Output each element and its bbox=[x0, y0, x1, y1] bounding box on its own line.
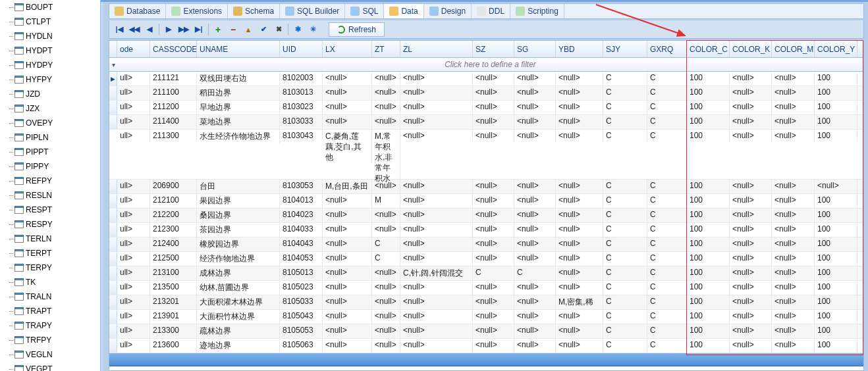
cell-lx[interactable]: <null> bbox=[323, 209, 372, 222]
cell-zl[interactable]: <null> bbox=[400, 252, 473, 266]
cell-zl[interactable]: <null> bbox=[400, 180, 473, 193]
cell-cass[interactable]: 213901 bbox=[150, 310, 197, 324]
cell-uname[interactable]: 幼林,苗圃边界 bbox=[197, 281, 280, 295]
tree-item-pippt[interactable]: PIPPT bbox=[0, 145, 100, 159]
cell-zl[interactable]: <null> bbox=[400, 223, 473, 237]
bookmark-button[interactable]: ✱ bbox=[290, 23, 305, 36]
cell-ode[interactable]: ull> bbox=[117, 339, 150, 353]
cell-lx[interactable]: <null> bbox=[323, 324, 372, 338]
cell-ode[interactable]: ull> bbox=[117, 324, 150, 338]
cell-ybd[interactable]: <null> bbox=[556, 101, 603, 114]
cell-gxrq[interactable]: C bbox=[647, 115, 687, 129]
col-header-casscode[interactable]: CASSCODE bbox=[150, 41, 197, 57]
cell-sjy[interactable]: C bbox=[603, 209, 647, 222]
cell-gxrq[interactable]: C bbox=[647, 324, 687, 338]
tree-item-boupt[interactable]: BOUPT bbox=[0, 0, 100, 14]
table-row[interactable]: ull>211300水生经济作物地边界8103043C,菱角,莲藕,茭白,其他M… bbox=[109, 130, 863, 180]
cell-uname[interactable]: 稻田边界 bbox=[197, 86, 280, 100]
cell-sg[interactable]: <null> bbox=[514, 180, 556, 193]
cell-zt[interactable]: C bbox=[372, 252, 400, 266]
nav-prevpage-button[interactable]: ◀◀ bbox=[127, 23, 142, 36]
cell-uname[interactable]: 大面积竹林边界 bbox=[197, 310, 280, 324]
cell-ck[interactable]: <null> bbox=[730, 209, 772, 222]
cell-sg[interactable]: <null> bbox=[514, 194, 556, 208]
cell-lx[interactable]: <null> bbox=[323, 194, 372, 208]
cell-ode[interactable]: ull> bbox=[117, 223, 150, 237]
cell-cy[interactable]: 100 bbox=[815, 281, 857, 295]
cell-cc[interactable]: 100 bbox=[687, 281, 730, 295]
cell-lx[interactable]: <null> bbox=[323, 339, 372, 353]
table-row[interactable]: ull>213500幼林,苗圃边界8105023<null><null><nul… bbox=[109, 281, 863, 295]
cell-cass[interactable]: 213300 bbox=[150, 324, 197, 338]
cell-cc[interactable]: 100 bbox=[687, 180, 730, 193]
cell-sz[interactable]: C bbox=[473, 266, 514, 280]
cell-sg[interactable]: <null> bbox=[514, 252, 556, 266]
nav-last-button[interactable]: ▶| bbox=[192, 23, 206, 36]
cell-lx[interactable]: <null> bbox=[323, 237, 372, 251]
cell-lx[interactable]: C,菱角,莲藕,茭白,其他 bbox=[323, 130, 372, 164]
cell-cass[interactable]: 212200 bbox=[150, 209, 197, 222]
cell-cc[interactable]: 100 bbox=[687, 324, 730, 338]
cell-sz[interactable]: <null> bbox=[473, 72, 514, 86]
table-row[interactable]: ull>211200旱地边界8103023<null><null><null><… bbox=[109, 101, 863, 115]
cell-zt[interactable]: <null> bbox=[372, 223, 400, 237]
cell-ybd[interactable]: <null> bbox=[556, 252, 603, 266]
col-header-color-m[interactable]: COLOR_M bbox=[772, 41, 815, 57]
table-row[interactable]: ull>213901大面积竹林边界8105043<null><null><nul… bbox=[109, 310, 863, 324]
cell-cm[interactable]: <null> bbox=[772, 281, 815, 295]
cell-sg[interactable]: <null> bbox=[514, 86, 556, 100]
col-header-sz[interactable]: SZ bbox=[473, 41, 514, 57]
tree-item-tk[interactable]: TK bbox=[0, 275, 100, 289]
cell-cass[interactable]: 211300 bbox=[150, 130, 197, 141]
cell-cm[interactable]: <null> bbox=[772, 115, 815, 129]
cell-cc[interactable]: 100 bbox=[687, 72, 730, 86]
cell-uid[interactable]: 8103023 bbox=[280, 101, 323, 114]
cell-ybd[interactable]: <null> bbox=[556, 324, 603, 338]
cell-ck[interactable]: <null> bbox=[730, 223, 772, 237]
cell-uid[interactable]: 8105043 bbox=[280, 310, 323, 324]
table-row[interactable]: ull>211100稻田边界8103013<null><null><null><… bbox=[109, 86, 863, 101]
col-header-sjy[interactable]: SJY bbox=[603, 41, 647, 57]
cell-cc[interactable]: 100 bbox=[687, 101, 730, 114]
cell-ybd[interactable]: <null> bbox=[556, 223, 603, 237]
cell-zl[interactable]: <null> bbox=[400, 86, 473, 100]
cell-cy[interactable]: 100 bbox=[815, 223, 857, 237]
cell-sg[interactable]: <null> bbox=[514, 223, 556, 237]
cell-zt[interactable]: <null> bbox=[372, 339, 400, 353]
table-row[interactable]: ull>213100成林边界8105013<null><null>C,针,阔,针… bbox=[109, 266, 863, 281]
cell-cass[interactable]: 212300 bbox=[150, 223, 197, 237]
cell-sg[interactable]: <null> bbox=[514, 281, 556, 295]
cell-zl[interactable]: <null> bbox=[400, 281, 473, 295]
cell-cass[interactable]: 213201 bbox=[150, 295, 197, 309]
cell-ck[interactable]: <null> bbox=[730, 72, 772, 86]
cell-ybd[interactable]: <null> bbox=[556, 194, 603, 208]
cell-zl[interactable]: <null> bbox=[400, 130, 473, 141]
cell-sz[interactable]: <null> bbox=[473, 252, 514, 266]
tab-sql[interactable]: SQL bbox=[345, 4, 384, 18]
cell-sg[interactable]: <null> bbox=[514, 310, 556, 324]
cell-cy[interactable]: 100 bbox=[815, 72, 857, 86]
cell-sjy[interactable]: C bbox=[603, 339, 647, 353]
cell-gxrq[interactable]: C bbox=[647, 339, 687, 353]
delete-row-button[interactable]: − bbox=[226, 23, 240, 36]
table-row[interactable]: ull>212500经济作物地边界8104053<null>C<null><nu… bbox=[109, 252, 863, 266]
table-row[interactable]: ull>212100果园边界8104013<null>M<null><null>… bbox=[109, 194, 863, 209]
cell-zl[interactable]: <null> bbox=[400, 295, 473, 309]
cell-lx[interactable]: <null> bbox=[323, 252, 372, 266]
cell-lx[interactable]: <null> bbox=[323, 101, 372, 114]
tree-item-trapt[interactable]: TRAPT bbox=[0, 304, 100, 318]
cell-lx[interactable]: M,台田,条田 bbox=[323, 180, 372, 193]
data-grid[interactable]: ode CASSCODE UNAME UID LX ZT ZL SZ SG YB… bbox=[109, 40, 864, 371]
cell-cass[interactable]: 213100 bbox=[150, 266, 197, 280]
cell-cy[interactable]: 100 bbox=[815, 237, 857, 251]
cell-uid[interactable]: 8105033 bbox=[280, 295, 323, 309]
col-header-color-k[interactable]: COLOR_K bbox=[730, 41, 772, 57]
cell-ck[interactable]: <null> bbox=[730, 295, 772, 309]
cell-lx[interactable]: <null> bbox=[323, 310, 372, 324]
cell-ode[interactable]: ull> bbox=[117, 101, 150, 114]
cell-sg[interactable]: <null> bbox=[514, 295, 556, 309]
cell-sz[interactable]: <null> bbox=[473, 310, 514, 324]
tab-scripting[interactable]: Scripting bbox=[510, 4, 564, 18]
cell-ck[interactable]: <null> bbox=[730, 180, 772, 193]
cell-cm[interactable]: <null> bbox=[772, 130, 815, 141]
